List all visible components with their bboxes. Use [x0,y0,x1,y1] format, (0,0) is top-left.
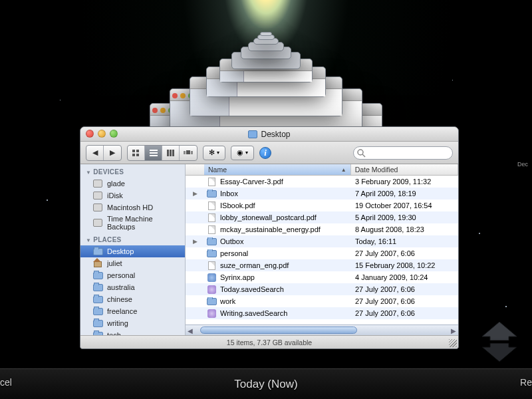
file-row[interactable]: suze_orman_eng.pdf15 February 2008, 10:2… [186,259,458,271]
window-title-text: Desktop [261,130,290,139]
folder-icon [92,307,103,316]
svg-rect-1 [136,150,139,152]
sidebar-item[interactable]: glade [80,178,185,190]
timeline-tick-label: Dec [517,161,528,168]
sidebar-item[interactable]: Time Machine Backups [80,213,185,232]
sidebar-item[interactable]: writing [80,317,185,329]
sidebar-item[interactable]: freelance [80,305,185,317]
svg-rect-10 [186,150,190,154]
titlebar[interactable]: Desktop [80,127,458,142]
folder-icon [207,249,217,258]
file-date: 19 October 2007, 16:54 [351,201,458,209]
sidebar-section-header[interactable]: ▼PLACES [80,232,185,245]
sidebar-item[interactable]: australia [80,281,185,293]
desktop-icon [92,247,103,256]
file-row[interactable]: Syrinx.app4 January 2009, 10:24 [186,271,458,283]
snapshot-label: Today (Now) [234,378,297,391]
pdf-icon [207,261,217,270]
file-row[interactable]: ▶Inbox7 April 2009, 18:19 [186,188,458,200]
star [479,233,480,234]
search-icon [207,309,217,318]
name-column-header[interactable]: Name ▲ [204,164,351,175]
file-row[interactable]: mckay_sustainable_energy.pdf8 August 200… [186,223,458,235]
file-name: ISbook.pdf [220,201,255,209]
scrollbar-thumb[interactable] [200,327,358,334]
file-row[interactable]: work27 July 2007, 6:06 [186,295,458,307]
forward-button[interactable]: ▶ [104,146,121,160]
go-forward-in-time-button[interactable] [476,342,523,363]
icon-view-button[interactable] [128,146,145,160]
sidebar-item[interactable]: personal [80,269,185,281]
file-row[interactable]: Writing.savedSearch27 July 2007, 6:06 [186,307,458,319]
sidebar-item[interactable]: Desktop [80,245,185,257]
sidebar-item[interactable]: Macintosh HD [80,201,185,213]
file-row[interactable]: ISbook.pdf19 October 2007, 16:54 [186,200,458,211]
file-row[interactable]: lobby_stonewall_postcard.pdf5 April 2009… [186,211,458,223]
file-row[interactable]: ▶OutboxToday, 16:11 [186,235,458,247]
info-button[interactable]: i [259,147,271,159]
folder-icon [92,331,103,335]
column-view-button[interactable] [162,146,180,160]
coverflow-view-button[interactable] [180,146,197,160]
svg-marker-16 [482,343,517,362]
search-icon [207,285,217,294]
file-date: Today, 16:11 [351,237,458,245]
sidebar-item[interactable]: juliet [80,257,185,269]
list-view-button[interactable] [145,146,162,160]
hd-icon [92,179,103,188]
sidebar-item-label: Desktop [107,247,134,255]
file-list: Essay-Carver-3.pdf3 February 2009, 11:32… [186,176,458,325]
sidebar-item-label: writing [107,319,128,327]
resize-handle[interactable] [449,339,457,347]
svg-rect-9 [172,150,174,156]
sort-arrow-icon: ▲ [341,167,346,173]
time-machine-nav [476,321,523,367]
sidebar-item[interactable]: tech [80,329,185,335]
file-date: 8 August 2008, 18:23 [351,225,458,233]
file-name: Outbox [220,237,243,245]
star [505,306,507,307]
file-name: Today.savedSearch [220,285,284,293]
svg-point-13 [358,150,363,155]
file-row[interactable]: Essay-Carver-3.pdf3 February 2009, 11:32 [186,176,458,188]
status-text: 15 items, 7.37 GB available [227,338,312,346]
snapshot-window[interactable] [260,32,272,36]
cancel-button[interactable]: cel [0,377,12,388]
toolbar: ◀ ▶ ✻▾ ◉▾ i [80,142,458,164]
sidebar-item[interactable]: iDisk [80,190,185,201]
svg-line-14 [362,154,365,157]
date-column-header[interactable]: Date Modified [351,164,458,175]
quicklook-button[interactable]: ◉▾ [231,146,254,160]
disclosure-triangle-icon[interactable]: ▶ [186,190,204,197]
go-back-in-time-button[interactable] [476,321,523,342]
file-row[interactable]: Today.savedSearch27 July 2007, 6:06 [186,283,458,295]
file-date: 5 April 2009, 19:30 [351,213,458,221]
file-name: Writing.savedSearch [220,309,287,317]
zoom-button[interactable] [110,130,118,138]
sidebar-item[interactable]: chinese [80,293,185,305]
svg-rect-7 [167,150,169,156]
app-icon [207,273,217,282]
restore-button[interactable]: Re [520,377,532,388]
file-row[interactable]: personal27 July 2007, 6:06 [186,247,458,259]
search-field[interactable] [353,146,453,160]
file-name: Syrinx.app [220,273,255,281]
file-date: 27 July 2007, 6:06 [351,285,458,293]
file-date: 3 February 2009, 11:32 [351,178,458,186]
svg-rect-8 [170,150,172,156]
folder-icon [248,130,257,138]
minimize-button[interactable] [98,130,106,138]
pdf-icon [207,225,217,234]
action-menu-button[interactable]: ✻▾ [203,146,225,160]
file-date: 27 July 2007, 6:06 [351,309,458,317]
sidebar-item-label: australia [107,283,135,291]
horizontal-scrollbar[interactable]: ◀ ▶ [186,325,458,335]
file-name: lobby_stonewall_postcard.pdf [220,213,317,221]
sidebar-section-header[interactable]: ▼DEVICES [80,164,185,178]
scroll-left-arrow-icon[interactable]: ◀ [188,327,193,334]
back-button[interactable]: ◀ [86,146,104,160]
disclosure-triangle-icon[interactable]: ▶ [186,238,204,245]
close-button[interactable] [86,130,94,138]
date-header-label: Date Modified [355,166,398,174]
scroll-right-arrow-icon[interactable]: ▶ [451,327,456,334]
